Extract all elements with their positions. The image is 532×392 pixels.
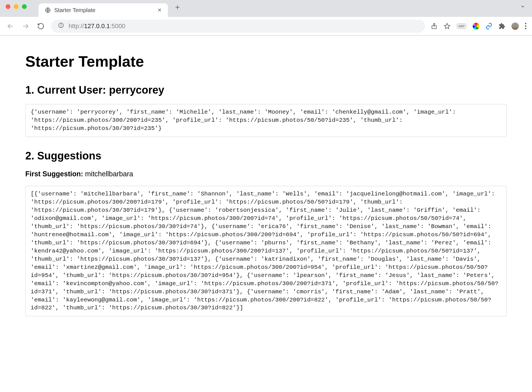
current-user-heading: 1. Current User: perrycorey [25,84,507,96]
current-user-prefix: 1. Current User: [25,84,109,96]
window-zoom-button[interactable] [22,4,27,9]
url-text: http://127.0.0.1:5000 [69,22,125,30]
window-close-button[interactable] [6,4,10,9]
current-user-name: perrycorey [109,84,164,96]
globe-icon [45,7,51,13]
first-suggestion-label: First Suggestion: [25,170,85,178]
browser-tab[interactable]: Starter Template ✕ [39,3,168,17]
svg-point-5 [61,24,61,24]
window-controls [6,0,27,17]
address-bar[interactable]: http://127.0.0.1:5000 [51,20,425,33]
url-scheme: http:// [69,22,84,30]
browser-chrome: Starter Template ✕ + http://127.0.0.1:50… [0,0,532,36]
current-user-dump: {'username': 'perrycorey', 'first_name':… [25,104,507,137]
back-button[interactable] [6,21,15,31]
tab-strip: Starter Template ✕ + [0,0,532,17]
link-extension-icon[interactable] [486,23,492,30]
extensions-puzzle-icon[interactable] [499,23,505,30]
first-suggestion-heading: First Suggestion: mitchellbarbara [25,170,507,178]
window-minimize-button[interactable] [14,4,19,9]
tabs-dropdown-button[interactable] [520,4,525,13]
suggestions-dump: [{'username': 'mitchellbarbara', 'first_… [25,186,507,317]
new-tab-button[interactable]: + [171,3,184,14]
page-content: Starter Template 1. Current User: perryc… [0,36,532,392]
url-port: :5000 [110,22,125,30]
first-suggestion-username: mitchellbarbara [85,170,133,178]
toolbar-actions: ABP [431,22,526,30]
site-info-icon[interactable] [58,22,64,30]
chrome-menu-button[interactable] [525,23,526,29]
share-icon[interactable] [431,23,438,30]
svg-marker-7 [444,23,450,29]
tab-close-button[interactable]: ✕ [156,6,163,14]
tab-title: Starter Template [54,7,153,13]
page-title: Starter Template [25,53,507,70]
browser-toolbar: http://127.0.0.1:5000 ABP [0,17,532,35]
suggestions-heading: 2. Suggestions [25,150,507,162]
forward-button[interactable] [21,21,30,31]
color-extension-icon[interactable] [473,23,479,30]
profile-avatar[interactable] [511,22,519,30]
url-host: 127.0.0.1 [84,22,110,30]
bookmark-star-icon[interactable] [444,23,450,30]
reload-button[interactable] [36,21,46,31]
abp-extension-icon[interactable]: ABP [457,23,466,29]
